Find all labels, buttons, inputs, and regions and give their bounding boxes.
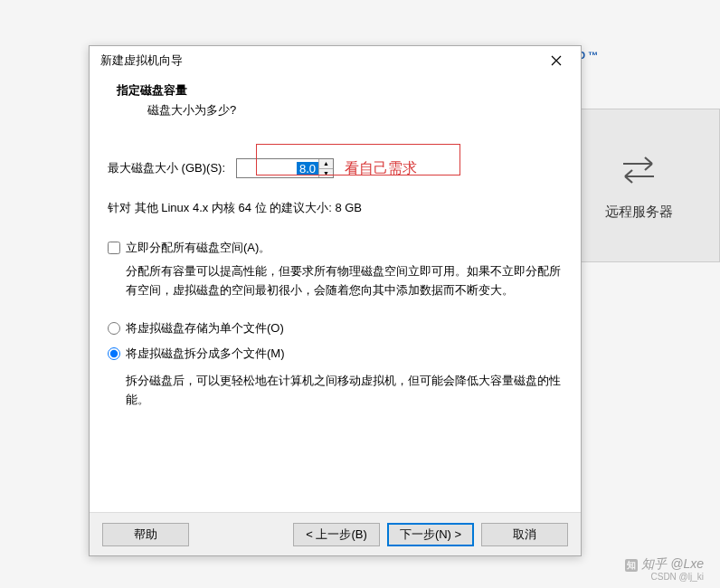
allocate-now-description: 分配所有容量可以提高性能，但要求所有物理磁盘空间立即可用。如果不立即分配所有空间…: [126, 261, 563, 300]
wizard-header: 指定磁盘容量 磁盘大小为多少?: [90, 75, 581, 133]
disk-size-value[interactable]: 8.0: [297, 162, 318, 175]
recommended-size-text: 针对 其他 Linux 4.x 内核 64 位 的建议大小: 8 GB: [108, 200, 563, 216]
watermark: 知知乎 @Lxe CSDN @lj_ki: [625, 556, 704, 583]
close-icon: [551, 55, 562, 66]
spinner-down-button[interactable]: ▼: [319, 169, 333, 178]
disk-size-label: 最大磁盘大小 (GB)(S):: [108, 160, 225, 176]
next-button[interactable]: 下一步(N) >: [387, 523, 474, 546]
split-file-description: 拆分磁盘后，可以更轻松地在计算机之间移动虚拟机，但可能会降低大容量磁盘的性能。: [126, 371, 563, 410]
annotation-text: 看自己需求: [345, 159, 417, 178]
allocate-now-label[interactable]: 立即分配所有磁盘空间(A)。: [126, 240, 270, 256]
dialog-title: 新建虚拟机向导: [100, 52, 183, 69]
single-file-radio[interactable]: [108, 322, 120, 335]
allocate-now-row: 立即分配所有磁盘空间(A)。: [108, 240, 563, 256]
remote-server-card[interactable]: 远程服务器: [557, 109, 720, 262]
header-subtitle: 磁盘大小为多少?: [109, 102, 561, 119]
spinner-up-button[interactable]: ▲: [319, 159, 333, 169]
disk-file-mode-group: 将虚拟磁盘存储为单个文件(O) 将虚拟磁盘拆分成多个文件(M) 拆分磁盘后，可以…: [108, 320, 563, 410]
zhihu-icon: 知: [625, 559, 638, 572]
cancel-button[interactable]: 取消: [481, 523, 568, 546]
watermark-main: 知乎 @Lxe: [641, 556, 704, 571]
disk-size-spinner[interactable]: 8.0 ▲ ▼: [236, 158, 334, 178]
single-file-label[interactable]: 将虚拟磁盘存储为单个文件(O): [126, 320, 284, 337]
wizard-footer: 帮助 < 上一步(B) 下一步(N) > 取消: [90, 512, 581, 555]
allocate-now-checkbox[interactable]: [108, 242, 120, 254]
remote-server-label: 远程服务器: [605, 204, 673, 221]
new-vm-wizard-dialog: 新建虚拟机向导 指定磁盘容量 磁盘大小为多少? 最大磁盘大小 (GB)(S): …: [89, 45, 582, 556]
help-button[interactable]: 帮助: [102, 523, 189, 546]
back-button[interactable]: < 上一步(B): [293, 523, 380, 546]
close-button[interactable]: [539, 48, 573, 73]
split-file-radio[interactable]: [108, 347, 120, 360]
titlebar: 新建虚拟机向导: [90, 46, 581, 75]
header-title: 指定磁盘容量: [109, 82, 561, 99]
transfer-arrows-icon: [616, 151, 661, 190]
wizard-content: 最大磁盘大小 (GB)(S): 8.0 ▲ ▼ 看自己需求 针对 其他 Linu…: [90, 133, 581, 512]
watermark-sub: CSDN @lj_ki: [625, 572, 704, 583]
split-file-label[interactable]: 将虚拟磁盘拆分成多个文件(M): [126, 346, 285, 362]
disk-size-row: 最大磁盘大小 (GB)(S): 8.0 ▲ ▼ 看自己需求: [108, 158, 563, 178]
